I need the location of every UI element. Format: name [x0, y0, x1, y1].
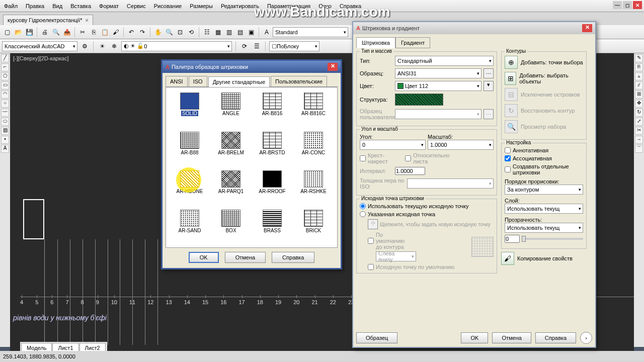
layer-combo[interactable]: Использовать текущ	[505, 204, 583, 214]
specified-radio[interactable]	[360, 211, 366, 217]
fillet-icon[interactable]: ⌒	[635, 145, 643, 153]
zoom-icon[interactable]: 🔍	[164, 27, 174, 37]
line-icon[interactable]: ╱	[1, 54, 9, 62]
menu-draw[interactable]: Рисование	[154, 3, 182, 9]
layer-freeze-icon[interactable]: ❄	[109, 41, 119, 51]
ellipse-icon[interactable]: ⬭	[1, 118, 9, 126]
color-button[interactable]: ▾	[484, 81, 494, 91]
pattern-ar-conc[interactable]: AR-CONC	[295, 132, 332, 165]
inherit-button[interactable]: 🖌	[501, 252, 514, 265]
erase-icon[interactable]: ✎	[635, 54, 643, 62]
workspace-combo[interactable]: Классический AutoCAD	[2, 41, 77, 51]
pattern-solid[interactable]: SOLID	[171, 93, 208, 126]
array-icon[interactable]: ⊞	[635, 90, 643, 99]
use-current-radio[interactable]	[360, 203, 366, 209]
pattern-ar-rshke[interactable]: AR-RSHKE	[295, 170, 332, 204]
tab-gradient[interactable]: Градиент	[395, 37, 430, 48]
rect-icon[interactable]: ▭	[1, 81, 9, 89]
color-combo[interactable]: Цвет 112	[395, 81, 481, 91]
cancel-button[interactable]: Отмена	[225, 252, 266, 263]
ok-button[interactable]: OK	[461, 332, 488, 343]
separate-checkbox[interactable]	[505, 166, 511, 172]
mtext-icon[interactable]: A	[1, 145, 9, 153]
properties-icon[interactable]: ☷	[202, 27, 212, 37]
tab-iso[interactable]: ISO	[189, 76, 207, 86]
minimize-button[interactable]: —	[613, 1, 622, 9]
redo-icon[interactable]: ↷	[137, 27, 147, 37]
spline-icon[interactable]: 〰	[1, 109, 9, 117]
add-points-button[interactable]: ⊕	[505, 56, 518, 69]
sheetset-icon[interactable]: ▤	[235, 27, 245, 37]
textstyle-combo[interactable]: Standard	[273, 27, 348, 37]
arc-icon[interactable]: ◠	[1, 90, 9, 99]
pattern-brass[interactable]: BRASS	[254, 210, 291, 243]
tab-user[interactable]: Пользовательские	[271, 76, 327, 86]
menu-service[interactable]: Сервис	[127, 3, 146, 9]
menu-view[interactable]: Вид	[52, 3, 62, 9]
tab-ansi[interactable]: ANSI	[166, 76, 188, 86]
close-button[interactable]: ✕	[633, 1, 642, 9]
type-combo[interactable]: Стандартный	[395, 56, 494, 66]
print-icon[interactable]: 🖨	[40, 27, 50, 37]
scale-combo[interactable]: 1.0000	[428, 140, 494, 150]
polygon-icon[interactable]: ⬠	[1, 72, 9, 80]
layer-icon[interactable]: ☀	[97, 41, 107, 51]
save-icon[interactable]: 💾	[24, 27, 34, 37]
transparency-combo[interactable]: Использовать текущ	[505, 223, 583, 233]
pattern-ar-sand[interactable]: AR-SAND	[171, 210, 208, 243]
pattern-ar-rroof[interactable]: AR-RROOF	[254, 170, 291, 204]
gear-icon[interactable]: ⚙	[79, 41, 90, 51]
pattern-ar-hbone[interactable]: AR-HBONE	[171, 170, 208, 204]
extend-icon[interactable]: →	[635, 136, 643, 144]
designctr-icon[interactable]: ▦	[213, 27, 223, 37]
pline-icon[interactable]: ⌐	[1, 63, 9, 71]
cancel-button[interactable]: Отмена	[492, 332, 531, 343]
pattern-combo[interactable]: ANSI31	[395, 68, 481, 78]
zoom-window-icon[interactable]: ⊡	[175, 27, 185, 37]
copy-icon[interactable]: ⎘	[89, 27, 99, 37]
transparency-slider[interactable]	[522, 238, 583, 240]
pattern-ar-brelm[interactable]: AR-BRELM	[212, 132, 250, 165]
close-icon[interactable]: ✕	[328, 63, 338, 71]
ok-button[interactable]: OK	[189, 252, 219, 263]
pattern-ar-parq1[interactable]: AR-PARQ1	[212, 170, 250, 204]
point-icon[interactable]: •	[1, 136, 9, 144]
maximize-button[interactable]: ◻	[623, 1, 632, 9]
undo-icon[interactable]: ↶	[126, 27, 136, 37]
layer-combo[interactable]: ◐ ☀ 🔓 0	[121, 41, 232, 51]
cut-icon[interactable]: ✂	[77, 27, 88, 37]
color-combo[interactable]: ▢ ПоБлоку	[269, 41, 319, 51]
toolpalette-icon[interactable]: ▥	[224, 27, 234, 37]
help-button[interactable]: Справка	[272, 252, 314, 263]
associative-checkbox[interactable]	[505, 155, 511, 161]
close-icon[interactable]: ✕	[582, 24, 592, 32]
browse-button[interactable]: …	[484, 68, 494, 78]
tab-other[interactable]: Другие стандартные	[208, 76, 270, 87]
pattern-ar-b816[interactable]: AR-B816	[254, 93, 291, 126]
pattern-brick[interactable]: BRICK	[295, 210, 332, 243]
layer-prev-icon[interactable]: ⟳	[239, 41, 250, 51]
pattern-ar-b88[interactable]: AR-B88	[171, 132, 208, 165]
close-tab-icon[interactable]: ×	[86, 17, 89, 23]
menu-dims[interactable]: Размеры	[190, 3, 213, 9]
paste-icon[interactable]: 📋	[100, 27, 110, 37]
dialog-titlebar[interactable]: AПалитра образцов штриховки ✕	[163, 61, 341, 73]
publish-icon[interactable]: 📤	[62, 27, 72, 37]
offset-icon[interactable]: ⫽	[635, 81, 643, 89]
scale-icon[interactable]: ⤢	[635, 118, 643, 126]
tab-hatch[interactable]: Штриховка	[356, 37, 395, 48]
circle-icon[interactable]: ○	[1, 100, 9, 108]
new-icon[interactable]: ▢	[2, 27, 12, 37]
copy-mod-icon[interactable]: ⎘	[635, 63, 643, 71]
transparency-field[interactable]	[505, 235, 520, 243]
help-button[interactable]: Справка	[535, 332, 576, 343]
angle-combo[interactable]: 0	[360, 140, 426, 150]
document-tab[interactable]: курсову Гідроелектростанції* ×	[3, 15, 93, 25]
layer-state-icon[interactable]: ☰	[252, 41, 262, 51]
rotate-icon[interactable]: ↻	[635, 109, 643, 117]
pattern-angle[interactable]: ANGLE	[212, 93, 250, 126]
preview-button[interactable]: Образец	[356, 332, 397, 343]
menu-file[interactable]: Файл	[4, 3, 18, 9]
hatch-icon[interactable]: ▨	[1, 127, 9, 135]
draworder-combo[interactable]: За контуром	[505, 185, 583, 195]
